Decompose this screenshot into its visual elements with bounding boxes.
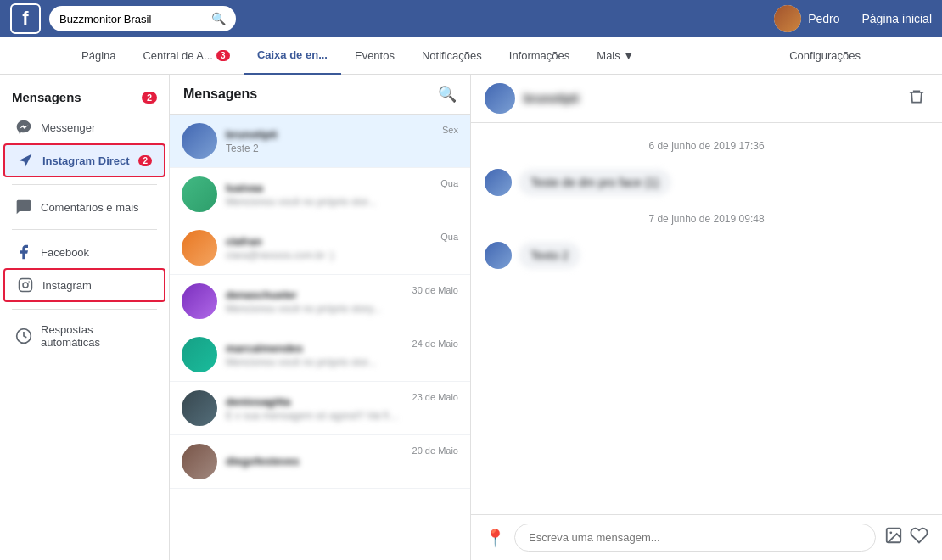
msg-content-4: denaschueler Mencionou você no próprio s… [226,288,404,315]
msg-name-3: clafran [226,235,432,248]
nav-mais[interactable]: Mais ▼ [583,37,648,75]
msg-name-5: marcalmendes [226,342,404,355]
emoji-icon[interactable]: 📍 [485,528,506,548]
chat-header: brunotipti [471,75,942,123]
msg-name-7: diegofesteves [226,455,404,468]
image-button[interactable] [884,526,903,549]
message-item-2[interactable]: luaivaa Mencionou você no próprio stor..… [170,168,470,221]
chat-date-2: 7 de junho de 2019 09:48 [485,213,928,225]
respostas-label: Respostas automáticas [41,323,154,349]
chat-input-actions [884,526,928,549]
msg-name-6: deniosagitta [226,395,404,408]
instagram-label: Instagram [42,279,92,292]
instagram-direct-icon [17,152,34,169]
instagram-icon [17,277,34,294]
sidebar-divider-3 [12,309,157,310]
msg-time-7: 20 de Maio [412,445,458,456]
instagram-direct-label: Instagram Direct [42,154,130,167]
msg-avatar-3 [182,230,217,266]
search-input[interactable] [59,13,206,25]
msg-content-1: brunotipti Teste 2 [226,128,434,154]
chat-date-1: 6 de junho de 2019 17:36 [485,140,928,152]
chat-bubble-2: Texto 2 [519,242,580,269]
nav-informacoes[interactable]: Informações [496,37,584,75]
message-item-6[interactable]: deniosagitta E v sua mensagem só agora!!… [170,382,470,435]
sidebar-item-messenger[interactable]: Messenger [3,112,165,143]
home-link[interactable]: Página inicial [862,12,933,25]
nav-notificacoes[interactable]: Notificações [408,37,496,75]
comment-icon [15,199,32,216]
msg-preview-5: Mencionou você no próprio stor... [226,356,404,368]
sidebar-divider-2 [12,229,157,230]
sidebar-item-respostas[interactable]: Respostas automáticas [3,316,165,356]
facebook-label: Facebook [41,246,89,259]
left-sidebar: Mensagens 2 Messenger Instagram Direct 2 [0,75,170,560]
chat-input-area: 📍 [471,514,942,560]
sidebar-item-instagram-direct[interactable]: Instagram Direct 2 [3,143,165,177]
avatar [774,5,801,32]
msg-content-5: marcalmendes Mencionou você no próprio s… [226,342,404,368]
messages-panel: Mensagens 🔍 brunotipti Teste 2 Sex luaiv… [170,75,471,560]
msg-avatar-1 [182,123,217,159]
message-item-3[interactable]: clafran clara@nexoos.com.br :) Qua [170,221,470,275]
svg-point-1 [23,283,28,288]
heart-button[interactable] [910,526,928,549]
nav-user[interactable]: Pedro [774,5,839,32]
chat-bubble-1: Teste de dm pro face (1) [519,169,671,196]
msg-name-4: denaschueler [226,288,404,301]
messages-list: brunotipti Teste 2 Sex luaivaa Mencionou… [170,115,470,560]
msg-time-3: Qua [440,232,458,242]
msg-content-2: luaivaa Mencionou você no próprio stor..… [226,182,432,208]
msg-content-6: deniosagitta E v sua mensagem só agora!!… [226,395,404,422]
msg-time-6: 23 de Maio [412,392,458,402]
sidebar-main-badge: 2 [142,92,157,104]
message-item-5[interactable]: marcalmendes Mencionou você no próprio s… [170,328,470,382]
nav-pagina[interactable]: Página [68,37,129,75]
nav-eventos[interactable]: Eventos [341,37,408,75]
sidebar-divider-1 [12,184,157,185]
messenger-icon [15,119,32,136]
msg-content-3: clafran clara@nexoos.com.br :) [226,235,432,261]
msg-avatar-5 [182,337,217,372]
delete-button[interactable] [905,85,928,113]
message-item-7[interactable]: diegofesteves 20 de Maio [170,435,470,489]
search-bar[interactable]: 🔍 [49,6,236,31]
central-badge: 3 [216,50,230,61]
msg-preview-4: Mencionou você no próprio story... [226,303,404,315]
nav-caixa[interactable]: Caixa de en... [244,37,341,75]
chat-input[interactable] [514,524,876,552]
messages-search-button[interactable]: 🔍 [438,85,457,104]
msg-name-2: luaivaa [226,182,432,194]
sidebar-item-facebook[interactable]: Facebook [3,237,165,267]
message-item-4[interactable]: denaschueler Mencionou você no próprio s… [170,275,470,328]
msg-time-2: Qua [440,178,458,188]
msg-avatar-4 [182,283,217,319]
msg-time-5: 24 de Maio [412,339,458,349]
chat-user-avatar [485,83,515,114]
instagram-direct-badge: 2 [138,155,152,166]
nav-central[interactable]: Central de A... 3 [129,37,243,75]
sidebar-item-instagram[interactable]: Instagram [3,268,165,302]
sidebar-main-label: Mensagens [12,90,81,104]
chat-msg-avatar-1 [485,169,512,196]
sidebar-header: Mensagens 2 [0,83,169,111]
chat-message-row-2: Texto 2 [485,242,928,269]
nav-configuracoes[interactable]: Configurações [776,37,874,75]
svg-rect-0 [20,279,32,292]
chat-username: brunotipti [524,92,579,105]
sidebar-item-comentarios[interactable]: Comentários e mais [3,192,165,222]
user-name: Pedro [808,12,839,25]
chat-msg-avatar-2 [485,242,512,269]
chat-user-info: brunotipti [485,83,579,114]
msg-avatar-6 [182,390,217,426]
main-layout: Mensagens 2 Messenger Instagram Direct 2 [0,75,942,560]
top-navigation: f 🔍 Pedro Página inicial [0,0,942,37]
msg-time-1: Sex [442,125,458,135]
auto-reply-icon [15,328,32,344]
msg-name-1: brunotipti [226,128,434,141]
msg-time-4: 30 de Maio [412,285,458,295]
msg-avatar-7 [182,444,217,479]
svg-point-2 [28,281,30,283]
msg-preview-1: Teste 2 [226,143,434,154]
message-item-1[interactable]: brunotipti Teste 2 Sex [170,115,470,168]
